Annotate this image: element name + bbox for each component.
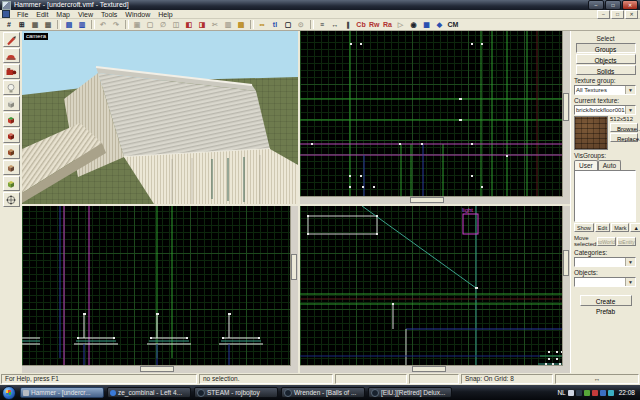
vertical-scrollbar[interactable] [562,31,570,197]
cut-icon[interactable]: ✂ [209,19,221,31]
visgroup-mark-button[interactable]: Mark [611,223,629,232]
chevron-down-icon[interactable]: ▼ [625,106,635,114]
run-map-icon[interactable]: ◉ [408,19,420,31]
grid-2d-bottom-left[interactable] [22,206,291,366]
taskbar-steam[interactable]: STEAM - rojbojtoy [194,387,278,398]
objects-dropdown[interactable]: ▼ [574,277,636,287]
menu-item[interactable]: View [74,11,97,18]
current-texture-dropdown[interactable]: brick/brickfloor001a ▼ [574,105,636,115]
viewport-2d-bottom-right[interactable]: light [300,206,570,373]
menu-item[interactable]: Tools [97,11,121,18]
group-icon[interactable]: ▣ [131,19,143,31]
language-indicator[interactable]: NL [557,389,565,396]
replace-button[interactable]: Replace... [610,133,638,142]
visgroup-rw-icon[interactable]: Rw [368,19,381,31]
select-objects-button[interactable]: Objects [576,54,636,64]
visgroup-move-up-button[interactable]: ▲ [630,223,640,232]
horizontal-scrollbar[interactable] [300,365,563,373]
camera-tool-icon[interactable] [3,64,20,79]
undo-icon[interactable]: ↶ [97,19,109,31]
toggle-3d-grid-icon[interactable]: ▦ [421,19,433,31]
magnify-icon[interactable]: ⊙ [295,19,307,31]
viewport-2d-top[interactable] [300,31,570,204]
menu-item[interactable]: Edit [32,11,52,18]
horizontal-scrollbar[interactable] [22,365,291,373]
texture-preview[interactable] [574,116,608,150]
ignore-groups-icon[interactable]: ∅ [157,19,169,31]
tray-steam-icon[interactable] [576,390,582,396]
tray-teal-icon[interactable] [608,390,614,396]
toggle-helpers-icon[interactable]: ≡ [316,19,328,31]
taskbar-eiu-retired[interactable]: [EiU.][Retired] Delux... [368,387,452,398]
hide-selected-icon[interactable]: ◫ [170,19,182,31]
carve-icon[interactable]: ◧ [183,19,195,31]
to-entity-button[interactable]: toEntity [617,237,636,246]
grid-2d-top[interactable] [300,31,563,197]
visgroup-show-button[interactable]: Show [574,223,594,232]
chevron-down-icon[interactable]: ▼ [625,278,635,286]
tray-red-icon[interactable] [592,390,598,396]
toggle-models-2d-icon[interactable]: ∥ [342,19,354,31]
browse-button[interactable]: Browse... [610,123,638,132]
paste-icon[interactable]: ▤ [235,19,247,31]
menu-item[interactable]: File [13,11,32,18]
taskbar-ze-combinal[interactable]: ze_combinal - Left 4... [107,387,191,398]
make-hollow-icon[interactable]: ◨ [196,19,208,31]
texture-lock-icon[interactable]: ∞ [256,19,268,31]
viewport-3d[interactable]: camera [22,31,298,204]
chevron-down-icon[interactable]: ▼ [625,258,635,266]
tray-green-icon[interactable] [584,390,590,396]
visgroup-cb-icon[interactable]: Cb [355,19,367,31]
run-icon[interactable]: ▷ [395,19,407,31]
taskbar-hammer[interactable]: Hammer - [undercr... [20,387,104,398]
title-bar[interactable]: Hammer - [undercroft.vmf - Textured] – □… [0,0,640,10]
tray-volume-icon[interactable] [568,390,574,396]
vertical-scrollbar[interactable] [290,206,298,366]
minimize-button[interactable]: – [588,0,604,10]
visgroup-edit-button[interactable]: Edit [595,223,610,232]
larger-grid-icon[interactable]: ▩ [42,19,54,31]
load-window-state-icon[interactable]: ▤ [63,19,75,31]
tray-blue-icon[interactable] [600,390,606,396]
texture-application-tool-icon[interactable] [3,112,20,127]
start-button[interactable] [2,386,16,400]
apply-decals-tool-icon[interactable] [3,144,20,159]
magnify-tool-icon[interactable] [3,48,20,63]
vertex-tool-icon[interactable] [3,192,20,207]
mdi-minimize-button[interactable]: – [597,10,610,19]
texture-group-dropdown[interactable]: All Textures ▼ [574,85,636,95]
maximize-button[interactable]: □ [605,0,621,10]
mdi-restore-button[interactable]: □ [611,10,624,19]
selection-box-icon[interactable]: ▢ [282,19,294,31]
cm-icon[interactable]: CM [447,19,460,31]
visgroup-ra-icon[interactable]: Ra [382,19,394,31]
horizontal-scrollbar[interactable] [300,196,563,204]
tab-auto[interactable]: Auto [598,160,621,170]
categories-dropdown[interactable]: ▼ [574,257,636,267]
create-prefab-button[interactable]: Create Prefab [580,295,632,306]
menu-item[interactable]: Map [52,11,74,18]
menu-item[interactable]: Window [121,11,154,18]
sync-views-icon[interactable]: ↔ [329,19,341,31]
apply-current-texture-tool-icon[interactable] [3,128,20,143]
ungroup-icon[interactable]: ▢ [144,19,156,31]
toggle-grid-icon[interactable]: # [3,19,15,31]
selection-tool-icon[interactable] [3,32,20,47]
chevron-down-icon[interactable]: ▼ [625,86,635,94]
apply-overlays-tool-icon[interactable] [3,160,20,175]
vertical-scrollbar[interactable] [562,206,570,366]
select-groups-button[interactable]: Groups [576,43,636,53]
viewport-2d-bottom-left[interactable] [22,206,298,373]
redo-icon[interactable]: ↷ [110,19,122,31]
visgroups-list[interactable] [574,170,636,222]
save-window-state-icon[interactable]: ▥ [76,19,88,31]
tab-user[interactable]: User [574,160,598,170]
clipping-tool-icon[interactable] [3,176,20,191]
texture-scale-lock-icon[interactable]: tl [269,19,281,31]
to-world-button[interactable]: toWorld [597,237,616,246]
menu-item[interactable]: Help [154,11,176,18]
entity-tool-icon[interactable] [3,80,20,95]
model-fade-icon[interactable]: ◆ [434,19,446,31]
snap-to-grid-icon[interactable]: ⊞ [16,19,28,31]
taskbar-wrenden[interactable]: Wrenden - [Balls of ... [281,387,365,398]
